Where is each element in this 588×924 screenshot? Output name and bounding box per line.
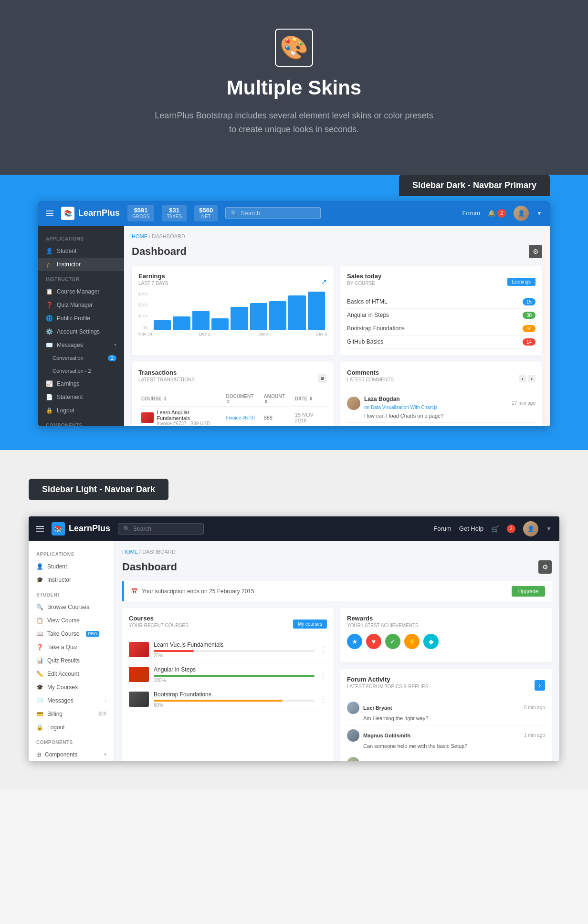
search-input-2[interactable]	[133, 525, 199, 532]
comment-link-1[interactable]: on Data Visualization With Chart.js	[364, 405, 438, 410]
notification-area[interactable]: 🔔 2	[488, 209, 506, 218]
sidebar-item-messages-2[interactable]: ✉️ Messages ›	[29, 694, 114, 707]
get-help-link[interactable]: Get Help	[459, 525, 483, 532]
sidebar-item-browse-courses[interactable]: 🔍 Browse Courses	[29, 600, 114, 614]
sidebar-item-student-2[interactable]: 👤 Student	[29, 560, 114, 573]
earnings-button[interactable]: Earnings	[507, 278, 536, 286]
transactions-card-title: Transactions	[138, 369, 195, 376]
forum-time-1: 5 min ago	[524, 705, 545, 710]
hamburger-menu[interactable]	[46, 210, 53, 216]
sidebar-item-earnings[interactable]: 📈 Earnings	[38, 377, 124, 390]
comments-card-subtitle: LATEST COMMENTS	[347, 377, 394, 382]
sidebar-item-take-quiz[interactable]: ❓ Take a Quiz	[29, 640, 114, 654]
document-link-1[interactable]: Invoice #6737	[226, 415, 256, 420]
student-icon-2: 👤	[36, 563, 43, 570]
reward-icon-3: ✓	[385, 634, 400, 649]
sales-item-3-count: 44	[523, 325, 536, 332]
sidebar-item-account-settings[interactable]: ⚙️ Account Settings	[38, 325, 124, 338]
sidebar-item-edit-account-label: Edit Account	[47, 671, 79, 677]
reward-icon-4: ⚡	[404, 634, 420, 649]
earnings-icon: 📈	[46, 380, 53, 387]
hamburger-menu-2[interactable]	[36, 526, 44, 532]
dropdown-arrow-icon-2[interactable]: ▼	[546, 525, 552, 532]
amount-cell-1: $89	[261, 406, 292, 426]
billing-icon: 💳	[36, 711, 43, 717]
sidebar-item-messages[interactable]: ✉️ Messages ▾	[38, 338, 124, 352]
sales-item-1-count: 15	[523, 298, 536, 305]
col-amount: AMOUNT ⇕	[261, 392, 292, 407]
notification-area-2[interactable]: 2	[507, 525, 515, 533]
course-thumb-light-1	[129, 642, 149, 657]
navbar-search[interactable]: 🔍	[225, 207, 321, 219]
components-icon-2: ⊞	[36, 751, 41, 758]
chart-bar-1	[154, 320, 171, 330]
course-info-2: Angular in Steps 100%	[154, 666, 315, 683]
search-input[interactable]	[241, 210, 315, 217]
comment-header-1: Laza Bogdan on Data Visualization With C…	[347, 396, 536, 411]
col-document: DOCUMENT ⇕	[223, 392, 261, 407]
sidebar-item-instructor[interactable]: 🎓 Instructor	[38, 258, 124, 271]
forum-link-2[interactable]: Forum	[433, 525, 452, 532]
forum-next-button[interactable]: ›	[535, 680, 545, 691]
avatar-placeholder-2: 👤	[523, 521, 538, 536]
sidebar-item-take-course[interactable]: 📖 Take Course PRO	[29, 627, 114, 640]
course-menu-1[interactable]: ⋮	[319, 645, 327, 654]
course-menu-3[interactable]: ⋮	[319, 695, 327, 704]
dropdown-arrow-icon[interactable]: ▼	[536, 210, 542, 217]
comments-prev-button[interactable]: ‹	[519, 375, 526, 382]
comment-user-1: Laza Bogdan	[364, 396, 438, 402]
edit-account-icon: ✏️	[36, 671, 43, 677]
progress-text-2: 100%	[154, 678, 315, 683]
sidebar-item-conversation-2[interactable]: Conversation - 2	[38, 365, 124, 377]
sidebar-item-edit-account[interactable]: ✏️ Edit Account	[29, 667, 114, 681]
course-manager-icon: 📋	[46, 288, 53, 295]
sidebar-section-instructor: INSTRUCTOR	[38, 271, 124, 285]
sidebar-item-logout-2[interactable]: 🔒 Logout	[29, 721, 114, 734]
settings-button-2[interactable]: ⚙	[538, 560, 552, 574]
forum-text-1: Am I learning the right way?	[347, 715, 545, 721]
account-settings-icon: ⚙️	[46, 328, 53, 335]
course-thumb-1	[141, 412, 154, 423]
user-avatar[interactable]: 👤	[514, 206, 529, 221]
sidebar-item-components-2[interactable]: ⊞ Components ▾	[29, 748, 114, 761]
forum-user-3: Katelyn Rankin	[363, 760, 401, 761]
course-cell: Learn Angular Fundamentals Invoice #6737…	[138, 406, 223, 426]
notification-badge-2: 2	[507, 525, 515, 533]
settings-button[interactable]: ⚙	[529, 245, 542, 258]
sidebar-item-view-course[interactable]: 📋 View Course	[29, 614, 114, 627]
my-courses-button[interactable]: My courses	[293, 620, 327, 629]
skin2-content-grid: Courses YOUR RECENT COURSES My courses L…	[122, 608, 552, 761]
forum-header-3: Katelyn Rankin 12 min ago	[347, 757, 545, 761]
components-arrow-icon-2: ▾	[104, 752, 106, 757]
sidebar-item-statement[interactable]: 📄 Statement	[38, 390, 124, 404]
instructor-icon: 🎓	[46, 261, 53, 268]
sidebar-item-quiz-manager[interactable]: ❓ Quiz Manager	[38, 298, 124, 312]
sidebar-item-my-courses[interactable]: 🎓 My Courses	[29, 681, 114, 694]
sidebar-item-student[interactable]: 👤 Student	[38, 244, 124, 258]
skin1-section: Sidebar Dark - Navbar Primary 📚 LearnPlu…	[0, 175, 588, 450]
subscription-banner: 📅 Your subscription ends on 25 February …	[122, 581, 552, 601]
comments-next-button[interactable]: ›	[528, 375, 536, 382]
user-avatar-2[interactable]: 👤	[523, 521, 538, 536]
date-cell-1: 15 NOV 2018	[292, 406, 327, 426]
sidebar-item-instructor-2[interactable]: 🎓 Instructor	[29, 573, 114, 587]
chart-bar-2	[173, 316, 190, 330]
breadcrumb-home-2[interactable]: HOME	[122, 549, 138, 555]
forum-link[interactable]: Forum	[462, 210, 481, 217]
sidebar-item-quiz-results[interactable]: 📊 Quiz Results	[29, 654, 114, 667]
sales-header: Sales today BY COURSE Earnings	[347, 273, 536, 292]
course-thumb-light-3	[129, 692, 149, 707]
sidebar-item-billing[interactable]: 💳 Billing $29	[29, 707, 114, 721]
breadcrumb-home[interactable]: HOME	[132, 233, 147, 239]
sidebar-item-logout[interactable]: 🔒 Logout	[38, 404, 124, 417]
navbar-search-2[interactable]: 🔍	[118, 523, 204, 535]
avatar-placeholder: 👤	[514, 206, 529, 221]
sidebar-item-course-manager[interactable]: 📋 Course Manager	[38, 285, 124, 298]
course-menu-2[interactable]: ⋮	[319, 670, 327, 679]
forum-activity-header: Forum Activity LATEST FORUM TOPICS & REP…	[347, 676, 545, 695]
upgrade-button[interactable]: Upgrade	[512, 586, 545, 597]
sidebar-item-public-profile[interactable]: 🌐 Public Profile	[38, 312, 124, 325]
quiz-manager-icon: ❓	[46, 302, 53, 308]
sidebar-item-conversation[interactable]: Conversation 2	[38, 352, 124, 365]
course-info-3: Bootstrap Foundations 80%	[154, 691, 315, 708]
